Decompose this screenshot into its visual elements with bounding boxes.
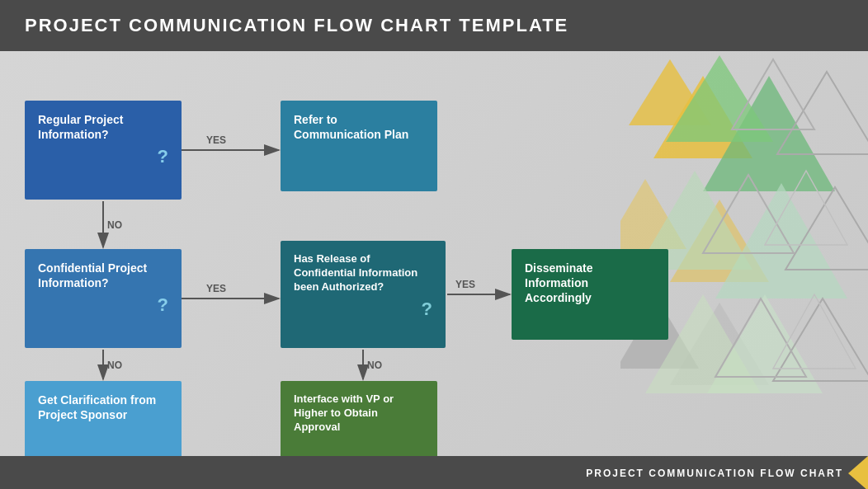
- box-interface-vp: Interface with VP or Higher to Obtain Ap…: [281, 381, 437, 456]
- box-has-release-text: Has Release of Confidential Information …: [294, 252, 432, 294]
- box-get-clarification: Get Clarification from Project Sponsor: [25, 381, 182, 456]
- footer-accent: [848, 456, 868, 489]
- page-footer: PROJECT COMMUNICATION FLOW CHART: [0, 456, 868, 489]
- box-regular-project-text: Regular Project Information?: [38, 112, 168, 142]
- box-confidential-project: Confidential Project Information? ?: [25, 249, 182, 348]
- footer-label: PROJECT COMMUNICATION FLOW CHART: [586, 468, 843, 479]
- box-refer-communication: Refer to Communication Plan: [281, 101, 437, 191]
- box-has-release: Has Release of Confidential Information …: [281, 241, 446, 348]
- main-content: YES NO YES NO YES NO Regular Project Inf…: [0, 51, 868, 456]
- page-title: PROJECT COMMUNICATION FLOW CHART TEMPLAT…: [25, 15, 843, 36]
- box-disseminate-text: Disseminate Information Accordingly: [525, 261, 655, 306]
- box-interface-vp-text: Interface with VP or Higher to Obtain Ap…: [294, 393, 424, 435]
- box-get-clarification-text: Get Clarification from Project Sponsor: [38, 393, 168, 422]
- question-mark-2: ?: [158, 294, 168, 317]
- page-header: PROJECT COMMUNICATION FLOW CHART TEMPLAT…: [0, 0, 868, 51]
- box-regular-project: Regular Project Information? ?: [25, 101, 182, 200]
- box-refer-communication-text: Refer to Communication Plan: [294, 112, 424, 142]
- box-disseminate: Disseminate Information Accordingly: [512, 249, 668, 340]
- question-mark-1: ?: [158, 145, 168, 169]
- question-mark-3: ?: [422, 298, 432, 322]
- box-confidential-project-text: Confidential Project Information?: [38, 261, 168, 290]
